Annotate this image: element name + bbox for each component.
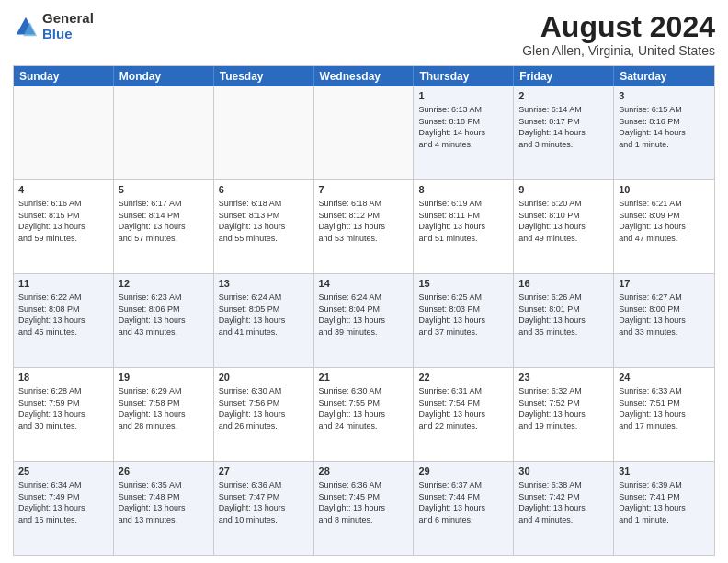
- calendar-cell: 6Sunrise: 6:18 AM Sunset: 8:13 PM Daylig…: [214, 180, 314, 273]
- calendar-cell: 1Sunrise: 6:13 AM Sunset: 8:18 PM Daylig…: [414, 86, 514, 179]
- day-number: 25: [18, 465, 108, 478]
- page-container: General Blue August 2024 Glen Allen, Vir…: [0, 0, 728, 563]
- day-number: 16: [518, 277, 609, 291]
- subtitle: Glen Allen, Virginia, United States: [522, 43, 715, 58]
- day-info: Sunrise: 6:30 AM Sunset: 7:55 PM Dayligh…: [319, 385, 409, 431]
- calendar-cell: 24Sunrise: 6:33 AM Sunset: 7:51 PM Dayli…: [614, 368, 714, 461]
- day-number: 3: [619, 89, 710, 103]
- calendar-day-header: Thursday: [414, 66, 514, 86]
- day-info: Sunrise: 6:31 AM Sunset: 7:54 PM Dayligh…: [418, 385, 508, 431]
- calendar-cell: 29Sunrise: 6:37 AM Sunset: 7:44 PM Dayli…: [414, 462, 514, 555]
- day-info: Sunrise: 6:33 AM Sunset: 7:51 PM Dayligh…: [619, 385, 710, 431]
- day-number: 13: [219, 277, 309, 291]
- day-info: Sunrise: 6:38 AM Sunset: 7:42 PM Dayligh…: [518, 479, 609, 525]
- calendar-cell: 12Sunrise: 6:23 AM Sunset: 8:06 PM Dayli…: [114, 274, 214, 367]
- day-number: 4: [18, 183, 108, 197]
- day-info: Sunrise: 6:36 AM Sunset: 7:47 PM Dayligh…: [219, 479, 309, 525]
- day-number: 27: [219, 465, 309, 478]
- day-info: Sunrise: 6:26 AM Sunset: 8:01 PM Dayligh…: [518, 292, 609, 338]
- day-info: Sunrise: 6:28 AM Sunset: 7:59 PM Dayligh…: [18, 385, 108, 431]
- main-title: August 2024: [522, 11, 715, 43]
- day-number: 18: [18, 371, 108, 385]
- day-info: Sunrise: 6:25 AM Sunset: 8:03 PM Dayligh…: [418, 292, 508, 338]
- day-number: 10: [619, 183, 710, 197]
- day-info: Sunrise: 6:22 AM Sunset: 8:08 PM Dayligh…: [18, 292, 108, 338]
- day-number: 8: [418, 183, 508, 197]
- calendar-cell: 23Sunrise: 6:32 AM Sunset: 7:52 PM Dayli…: [514, 368, 614, 461]
- calendar-cell: 9Sunrise: 6:20 AM Sunset: 8:10 PM Daylig…: [514, 180, 614, 273]
- calendar-day-header: Tuesday: [214, 66, 314, 86]
- calendar-cell: 15Sunrise: 6:25 AM Sunset: 8:03 PM Dayli…: [414, 274, 514, 367]
- calendar-cell: [314, 86, 415, 179]
- calendar-cell: 26Sunrise: 6:35 AM Sunset: 7:48 PM Dayli…: [114, 462, 214, 555]
- day-info: Sunrise: 6:35 AM Sunset: 7:48 PM Dayligh…: [119, 479, 209, 525]
- day-info: Sunrise: 6:29 AM Sunset: 7:58 PM Dayligh…: [119, 385, 209, 431]
- calendar-day-header: Monday: [114, 66, 214, 86]
- day-info: Sunrise: 6:18 AM Sunset: 8:12 PM Dayligh…: [319, 198, 409, 244]
- day-info: Sunrise: 6:23 AM Sunset: 8:06 PM Dayligh…: [119, 292, 209, 338]
- day-number: 11: [18, 277, 108, 291]
- calendar-header: SundayMondayTuesdayWednesdayThursdayFrid…: [14, 66, 714, 86]
- logo-blue: Blue: [42, 27, 94, 42]
- calendar-cell: 22Sunrise: 6:31 AM Sunset: 7:54 PM Dayli…: [414, 368, 514, 461]
- day-number: 1: [418, 89, 508, 103]
- day-number: 19: [119, 371, 209, 385]
- title-block: August 2024 Glen Allen, Virginia, United…: [522, 11, 715, 58]
- day-info: Sunrise: 6:17 AM Sunset: 8:14 PM Dayligh…: [119, 198, 209, 244]
- calendar-row: 18Sunrise: 6:28 AM Sunset: 7:59 PM Dayli…: [14, 368, 714, 462]
- day-info: Sunrise: 6:16 AM Sunset: 8:15 PM Dayligh…: [18, 198, 108, 244]
- calendar-cell: 17Sunrise: 6:27 AM Sunset: 8:00 PM Dayli…: [614, 274, 714, 367]
- day-number: 31: [619, 465, 710, 478]
- calendar-cell: 25Sunrise: 6:34 AM Sunset: 7:49 PM Dayli…: [14, 462, 114, 555]
- day-info: Sunrise: 6:24 AM Sunset: 8:05 PM Dayligh…: [219, 292, 309, 338]
- calendar-cell: 10Sunrise: 6:21 AM Sunset: 8:09 PM Dayli…: [614, 180, 714, 273]
- day-number: 23: [518, 371, 609, 385]
- day-number: 7: [319, 183, 409, 197]
- day-number: 29: [418, 465, 508, 478]
- calendar-cell: 27Sunrise: 6:36 AM Sunset: 7:47 PM Dayli…: [214, 462, 314, 555]
- day-number: 9: [518, 183, 609, 197]
- day-info: Sunrise: 6:19 AM Sunset: 8:11 PM Dayligh…: [418, 198, 508, 244]
- day-number: 22: [418, 371, 508, 385]
- day-number: 2: [518, 89, 609, 103]
- calendar-cell: 20Sunrise: 6:30 AM Sunset: 7:56 PM Dayli…: [214, 368, 314, 461]
- calendar-cell: 3Sunrise: 6:15 AM Sunset: 8:16 PM Daylig…: [614, 86, 714, 179]
- day-info: Sunrise: 6:32 AM Sunset: 7:52 PM Dayligh…: [518, 385, 609, 431]
- day-number: 17: [619, 277, 710, 291]
- day-number: 21: [319, 371, 409, 385]
- calendar-cell: 4Sunrise: 6:16 AM Sunset: 8:15 PM Daylig…: [14, 180, 114, 273]
- day-info: Sunrise: 6:14 AM Sunset: 8:17 PM Dayligh…: [518, 104, 609, 150]
- day-number: 20: [219, 371, 309, 385]
- day-info: Sunrise: 6:36 AM Sunset: 7:45 PM Dayligh…: [319, 479, 409, 525]
- day-number: 5: [119, 183, 209, 197]
- day-info: Sunrise: 6:20 AM Sunset: 8:10 PM Dayligh…: [518, 198, 609, 244]
- logo-icon: [13, 14, 39, 40]
- calendar-cell: 7Sunrise: 6:18 AM Sunset: 8:12 PM Daylig…: [314, 180, 415, 273]
- calendar-row: 1Sunrise: 6:13 AM Sunset: 8:18 PM Daylig…: [14, 86, 714, 180]
- day-info: Sunrise: 6:24 AM Sunset: 8:04 PM Dayligh…: [319, 292, 409, 338]
- day-number: 14: [319, 277, 409, 291]
- day-number: 15: [418, 277, 508, 291]
- calendar-cell: 5Sunrise: 6:17 AM Sunset: 8:14 PM Daylig…: [114, 180, 214, 273]
- day-number: 24: [619, 371, 710, 385]
- calendar-cell: [114, 86, 214, 179]
- day-info: Sunrise: 6:37 AM Sunset: 7:44 PM Dayligh…: [418, 479, 508, 525]
- logo: General Blue: [13, 11, 94, 41]
- calendar-cell: 19Sunrise: 6:29 AM Sunset: 7:58 PM Dayli…: [114, 368, 214, 461]
- calendar-cell: [14, 86, 114, 179]
- calendar-row: 25Sunrise: 6:34 AM Sunset: 7:49 PM Dayli…: [14, 462, 714, 555]
- day-number: 28: [319, 465, 409, 478]
- day-info: Sunrise: 6:21 AM Sunset: 8:09 PM Dayligh…: [619, 198, 710, 244]
- calendar-day-header: Friday: [514, 66, 614, 86]
- calendar-cell: 2Sunrise: 6:14 AM Sunset: 8:17 PM Daylig…: [514, 86, 614, 179]
- calendar-day-header: Sunday: [14, 66, 114, 86]
- day-info: Sunrise: 6:27 AM Sunset: 8:00 PM Dayligh…: [619, 292, 710, 338]
- day-number: 30: [518, 465, 609, 478]
- day-info: Sunrise: 6:30 AM Sunset: 7:56 PM Dayligh…: [219, 385, 309, 431]
- day-number: 26: [119, 465, 209, 478]
- day-info: Sunrise: 6:15 AM Sunset: 8:16 PM Dayligh…: [619, 104, 710, 150]
- day-info: Sunrise: 6:39 AM Sunset: 7:41 PM Dayligh…: [619, 479, 710, 525]
- day-number: 12: [119, 277, 209, 291]
- calendar-cell: [214, 86, 314, 179]
- calendar-cell: 8Sunrise: 6:19 AM Sunset: 8:11 PM Daylig…: [414, 180, 514, 273]
